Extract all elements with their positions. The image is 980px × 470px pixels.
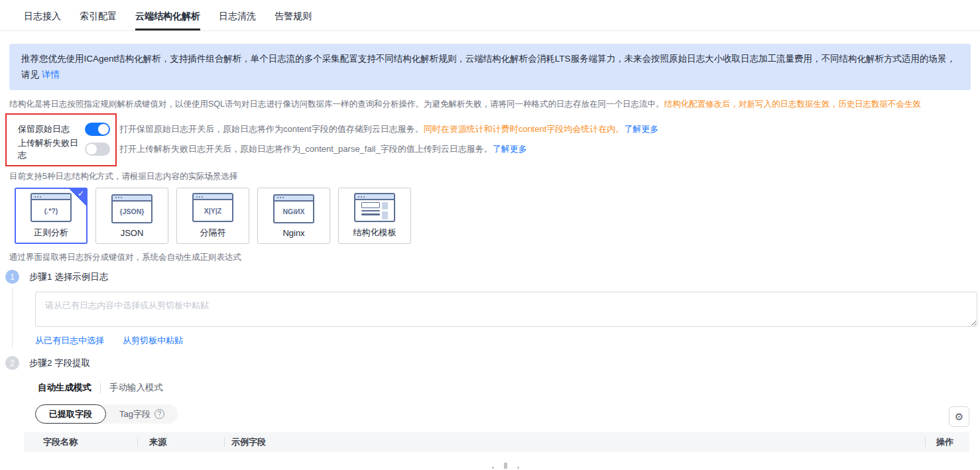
intro-text: 结构化是将日志按照指定规则解析成键值对，以便使用SQL语句对日志进行像访问数据库… — [9, 98, 971, 110]
empty-state-dots — [492, 463, 519, 469]
mode-manual-input[interactable]: 手动输入模式 — [109, 382, 163, 394]
upload-parse-fail-row: 上传解析失败日志 打开上传解析失败日志开关后，原始日志将作为_content_p… — [9, 139, 971, 159]
step-connector-line — [12, 287, 13, 348]
top-tab-bar: 日志接入 索引配置 云端结构化解析 日志清洗 告警规则 — [0, 0, 980, 31]
method-card-label: 正则分析 — [34, 227, 68, 239]
toggle-knob — [86, 144, 97, 154]
method-cards: ✓ (.*?) 正则分析 {JSON} JSON X|Y|Z 分隔符 NGiИX… — [15, 188, 980, 244]
toggle-section: 保留原始日志 打开保留原始日志开关后，原始日志将作为content字段的值存储到… — [9, 119, 971, 159]
tab-index-config[interactable]: 索引配置 — [80, 11, 117, 30]
intro-gray-text: 结构化是将日志按照指定规则解析成键值对，以便使用SQL语句对日志进行像访问数据库… — [9, 99, 664, 109]
nginx-icon: NGiИX — [273, 194, 314, 223]
method-card-label: 结构化模板 — [353, 227, 397, 239]
upload-parse-fail-desc: 打开上传解析失败日志开关后，原始日志将作为_content_parse_fail… — [119, 143, 527, 155]
tab-tag-fields[interactable]: Tag字段 ? — [106, 404, 178, 424]
method-card-label: Nginx — [282, 228, 304, 238]
retain-original-log-desc: 打开保留原始日志开关后，原始日志将作为content字段的值存储到云日志服务。同… — [119, 123, 658, 135]
field-tabs: 已提取字段 Tag字段 ? — [35, 404, 178, 424]
check-icon: ✓ — [78, 189, 84, 198]
paste-from-clipboard-link[interactable]: 从剪切板中粘贴 — [123, 335, 183, 347]
gear-icon: ⚙ — [955, 411, 963, 423]
tab-alarm-rules[interactable]: 告警规则 — [275, 11, 312, 30]
delimiter-icon: X|Y|Z — [192, 193, 233, 222]
sample-log-box — [35, 292, 980, 329]
select-from-logs-link[interactable]: 从已有日志中选择 — [35, 335, 104, 347]
sample-log-input[interactable] — [35, 292, 977, 327]
step1-title: 步骤1 选择示例日志 — [29, 271, 108, 283]
step1-header: 1 步骤1 选择示例日志 — [5, 270, 980, 284]
tab-log-ingestion[interactable]: 日志接入 — [24, 11, 61, 30]
tab-extracted-fields-label: 已提取字段 — [49, 408, 92, 420]
step2-title: 步骤2 字段提取 — [29, 357, 90, 369]
column-header-source: 来源 — [138, 436, 224, 448]
method-card-label: JSON — [121, 228, 144, 238]
info-banner: 推荐您优先使用ICAgent结构化解析，支持插件组合解析，单个日志流的多个采集配… — [9, 44, 971, 90]
method-card-regex[interactable]: ✓ (.*?) 正则分析 — [15, 188, 88, 244]
structured-template-icon — [354, 193, 395, 222]
retain-original-log-label: 保留原始日志 — [18, 123, 85, 135]
upload-parse-fail-label: 上传解析失败日志 — [18, 137, 85, 161]
extract-mode-switch: 自动生成模式 手动输入模式 — [38, 382, 980, 394]
upload-parse-fail-toggle[interactable] — [85, 143, 110, 156]
upload-fail-learn-more-link[interactable]: 了解更多 — [493, 144, 527, 154]
dot — [517, 467, 519, 469]
mode-auto-generate[interactable]: 自动生成模式 — [38, 382, 92, 394]
column-header-field-name: 字段名称 — [24, 436, 137, 448]
method-card-template[interactable]: 结构化模板 — [338, 188, 411, 244]
tab-cloud-structuring[interactable]: 云端结构化解析 — [135, 11, 200, 30]
tab-log-cleaning[interactable]: 日志清洗 — [219, 11, 256, 30]
method-note: 通过界面提取将日志拆分成键值对，系统会自动生成正则表达式 — [9, 252, 971, 263]
regex-icon: (.*?) — [31, 193, 72, 222]
mode-divider — [100, 383, 101, 393]
column-header-operation: 操作 — [926, 436, 969, 448]
retain-learn-more-link[interactable]: 了解更多 — [624, 124, 658, 134]
step1-number-badge: 1 — [5, 270, 19, 284]
sample-log-links: 从已有日志中选择 从剪切板中粘贴 — [35, 335, 980, 347]
banner-text: 推荐您优先使用ICAgent结构化解析，支持插件组合解析，单个日志流的多个采集配… — [21, 54, 955, 80]
step2-number-badge: 2 — [5, 356, 19, 370]
tab-tag-fields-label: Tag字段 — [119, 408, 151, 420]
method-card-json[interactable]: {JSON} JSON — [95, 188, 168, 244]
field-table-header: 字段名称 来源 示例字段 操作 — [24, 432, 969, 452]
help-icon[interactable]: ? — [154, 409, 164, 419]
retain-original-log-row: 保留原始日志 打开保留原始日志开关后，原始日志将作为content字段的值存储到… — [9, 119, 971, 139]
toggle-knob — [98, 124, 109, 135]
intro-warning-text: 结构化配置修改后，对新写入的日志数据生效，历史日志数据不会生效 — [664, 99, 922, 109]
method-hint: 目前支持5种日志结构化方式，请根据日志内容的实际场景选择 — [9, 171, 971, 182]
retain-desc-orange: 同时在资源统计和计费时content字段均会统计在内。 — [424, 124, 625, 134]
upload-fail-desc-gray: 打开上传解析失败日志开关后，原始日志将作为_content_parse_fail… — [119, 144, 493, 154]
method-card-nginx[interactable]: NGiИX Nginx — [257, 188, 330, 244]
method-card-delimiter[interactable]: X|Y|Z 分隔符 — [176, 188, 249, 244]
table-settings-button[interactable]: ⚙ — [949, 406, 969, 427]
tab-extracted-fields[interactable]: 已提取字段 — [35, 404, 106, 424]
dot — [504, 463, 507, 469]
step2-header: 2 步骤2 字段提取 — [5, 356, 980, 370]
column-header-sample-field: 示例字段 — [225, 436, 925, 448]
method-card-label: 分隔符 — [200, 227, 226, 239]
steps-container: 1 步骤1 选择示例日志 从已有日志中选择 从剪切板中粘贴 2 步骤2 字段提取… — [5, 270, 980, 424]
dot — [492, 467, 494, 469]
retain-original-log-toggle[interactable] — [85, 123, 110, 136]
banner-details-link[interactable]: 详情 — [42, 70, 60, 80]
json-icon: {JSON} — [111, 194, 153, 223]
retain-desc-gray: 打开保留原始日志开关后，原始日志将作为content字段的值存储到云日志服务。 — [119, 124, 424, 134]
